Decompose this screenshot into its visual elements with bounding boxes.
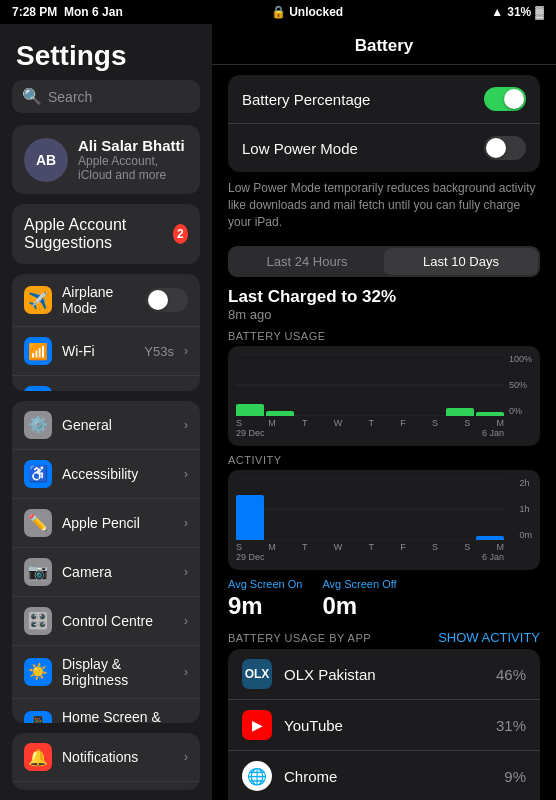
avg-stats: Avg Screen On 9m Avg Screen Off 0m: [228, 578, 540, 620]
activity-col-5: [386, 478, 414, 540]
activity-col-8: [476, 478, 504, 540]
sidebar-item-camera[interactable]: 📷 Camera ›: [12, 548, 200, 597]
bar-col-6: [416, 354, 444, 416]
tab-10d[interactable]: Last 10 Days: [384, 248, 538, 275]
avg-screen-on-label: Avg Screen On: [228, 578, 302, 590]
battery-icon: ▓: [535, 5, 544, 19]
bar-col-5: [386, 354, 414, 416]
bar-col-7: [446, 354, 474, 416]
general-chevron: ›: [184, 418, 188, 432]
settings-group-general: ⚙️ General › ♿ Accessibility › ✏️ Apple …: [12, 401, 200, 723]
control-centre-icon: 🎛️: [24, 607, 52, 635]
wifi-chevron: ›: [184, 344, 188, 358]
bar-8: [476, 412, 504, 416]
activity-col-6: [416, 478, 444, 540]
sidebar-item-airplane[interactable]: ✈️ Airplane Mode: [12, 274, 200, 327]
accessibility-label: Accessibility: [62, 466, 174, 482]
bar-1: [266, 411, 294, 416]
display-label: Display & Brightness: [62, 656, 174, 688]
general-label: General: [62, 417, 174, 433]
notifications-chevron: ›: [184, 750, 188, 764]
activity-col-4: [356, 478, 384, 540]
avg-screen-on-value: 9m: [228, 592, 302, 620]
battery-percentage-toggle[interactable]: [484, 87, 526, 111]
by-app-title: BATTERY USAGE BY APP: [228, 632, 371, 644]
profile-section[interactable]: AB Ali Salar Bhatti Apple Account, iClou…: [12, 125, 200, 194]
display-icon: ☀️: [24, 658, 52, 686]
youtube-pct: 31%: [496, 717, 526, 734]
content-title: Battery: [212, 24, 556, 65]
sidebar-item-sounds[interactable]: 🔊 Sounds ›: [12, 782, 200, 790]
battery-usage-chart: 100% 50% 0%: [228, 346, 540, 446]
battery-y-axis: 100% 50% 0%: [509, 354, 532, 416]
activity-bar-8: [476, 536, 504, 540]
activity-bar-cols: [236, 478, 504, 540]
low-power-mode-row[interactable]: Low Power Mode: [228, 124, 540, 172]
avg-screen-on: Avg Screen On 9m: [228, 578, 302, 620]
low-power-note: Low Power Mode temporarily reduces backg…: [228, 172, 540, 240]
battery-toggles: Battery Percentage Low Power Mode: [228, 75, 540, 172]
app-row-olx[interactable]: OLX OLX Pakistan 46%: [228, 649, 540, 700]
by-app-header: BATTERY USAGE BY APP SHOW ACTIVITY: [228, 630, 540, 645]
search-bar[interactable]: 🔍 🎙: [12, 80, 200, 113]
avg-screen-off-label: Avg Screen Off: [322, 578, 396, 590]
olx-name: OLX Pakistan: [284, 666, 484, 683]
battery-percentage-row[interactable]: Battery Percentage: [228, 75, 540, 124]
app-row-chrome[interactable]: 🌐 Chrome 9%: [228, 751, 540, 800]
display-chevron: ›: [184, 665, 188, 679]
sidebar-item-display[interactable]: ☀️ Display & Brightness ›: [12, 646, 200, 699]
battery-bar-cols: [236, 354, 504, 416]
show-activity-button[interactable]: SHOW ACTIVITY: [438, 630, 540, 645]
bar-col-0: [236, 354, 264, 416]
airplane-icon: ✈️: [24, 286, 52, 314]
control-centre-label: Control Centre: [62, 613, 174, 629]
sidebar-item-wifi[interactable]: 📶 Wi-Fi Y53s ›: [12, 327, 200, 376]
battery-usage-label: BATTERY USAGE: [228, 330, 540, 342]
content-area: Battery Battery Percentage Low Power Mod…: [212, 24, 556, 800]
pencil-chevron: ›: [184, 516, 188, 530]
sidebar-item-accessibility[interactable]: ♿ Accessibility ›: [12, 450, 200, 499]
activity-date-range: 29 Dec 6 Jan: [236, 552, 532, 562]
sidebar-item-homescreen[interactable]: 📱 Home Screen & App Library ›: [12, 699, 200, 723]
sidebar-item-control-centre[interactable]: 🎛️ Control Centre ›: [12, 597, 200, 646]
homescreen-label: Home Screen & App Library: [62, 709, 174, 723]
wifi-value: Y53s: [144, 344, 174, 359]
general-icon: ⚙️: [24, 411, 52, 439]
bar-col-4: [356, 354, 384, 416]
olx-pct: 46%: [496, 666, 526, 683]
avg-screen-off-value: 0m: [322, 592, 396, 620]
homescreen-icon: 📱: [24, 711, 52, 723]
sidebar-item-general[interactable]: ⚙️ General ›: [12, 401, 200, 450]
time-range-selector[interactable]: Last 24 Hours Last 10 Days: [228, 246, 540, 277]
battery-percentage: 31%: [507, 5, 531, 19]
sidebar-item-bluetooth[interactable]: 🔷 Bluetooth On ›: [12, 376, 200, 391]
profile-name: Ali Salar Bhatti: [78, 137, 188, 154]
bar-7: [446, 408, 474, 416]
low-power-toggle[interactable]: [484, 136, 526, 160]
chrome-pct: 9%: [504, 768, 526, 785]
search-icon: 🔍: [22, 87, 42, 106]
app-row-youtube[interactable]: ▶ YouTube 31%: [228, 700, 540, 751]
status-bar: 7:28 PM Mon 6 Jan 🔒 Unlocked ▲ 31% ▓: [0, 0, 556, 24]
control-chevron: ›: [184, 614, 188, 628]
search-input[interactable]: [48, 89, 212, 105]
bar-col-8: [476, 354, 504, 416]
camera-icon: 📷: [24, 558, 52, 586]
battery-section: Battery Percentage Low Power Mode Low Po…: [212, 75, 556, 800]
homescreen-chevron: ›: [184, 718, 188, 723]
chrome-name: Chrome: [284, 768, 492, 785]
apple-account-suggestions[interactable]: Apple Account Suggestions 2: [12, 204, 200, 264]
status-indicators: ▲ 31% ▓: [491, 5, 544, 19]
sidebar-item-notifications[interactable]: 🔔 Notifications ›: [12, 733, 200, 782]
activity-col-3: [326, 478, 354, 540]
notifications-label: Notifications: [62, 749, 174, 765]
suggestions-label: Apple Account Suggestions: [24, 216, 173, 252]
wifi-settings-icon: 📶: [24, 337, 52, 365]
tab-24h[interactable]: Last 24 Hours: [230, 248, 384, 275]
bar-col-3: [326, 354, 354, 416]
profile-info: Ali Salar Bhatti Apple Account, iCloud a…: [78, 137, 188, 182]
sidebar: Settings 🔍 🎙 AB Ali Salar Bhatti Apple A…: [0, 24, 212, 800]
airplane-toggle[interactable]: [146, 288, 188, 312]
activity-col-2: [296, 478, 324, 540]
sidebar-item-apple-pencil[interactable]: ✏️ Apple Pencil ›: [12, 499, 200, 548]
